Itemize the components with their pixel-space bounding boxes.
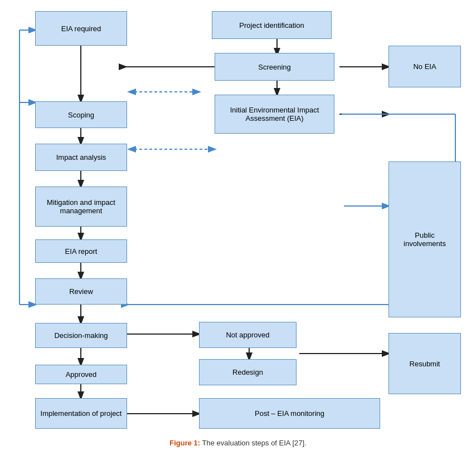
post-eia-box: Post – EIA monitoring xyxy=(199,398,380,429)
project-identification-box: Project identification xyxy=(212,11,332,39)
no-eia-box: No EIA xyxy=(388,46,461,87)
resubmit-box: Resubmit xyxy=(388,333,461,394)
implementation-box: Implementation of project xyxy=(35,398,127,429)
public-involvements-box: Public involvements xyxy=(388,161,461,317)
initial-eia-box: Initial Environmental Impact Assessment … xyxy=(215,95,334,134)
decision-making-box: Decision-making xyxy=(35,323,127,348)
review-box: Review xyxy=(35,278,127,305)
approved-box: Approved xyxy=(35,365,127,384)
redesign-box: Redesign xyxy=(199,359,297,385)
screening-box: Screening xyxy=(215,53,334,81)
scoping-box: Scoping xyxy=(35,101,127,128)
mitigation-box: Mitigation and impact management xyxy=(35,187,127,227)
eia-required-box: EIA required xyxy=(35,11,127,46)
eia-report-box: EIA report xyxy=(35,239,127,263)
not-approved-box: Not approved xyxy=(199,322,297,348)
impact-analysis-box: Impact analysis xyxy=(35,144,127,171)
diagram: Project identification EIA required Scre… xyxy=(9,6,467,434)
figure-caption: Figure 1: The evaluation steps of EIA [2… xyxy=(169,439,306,447)
